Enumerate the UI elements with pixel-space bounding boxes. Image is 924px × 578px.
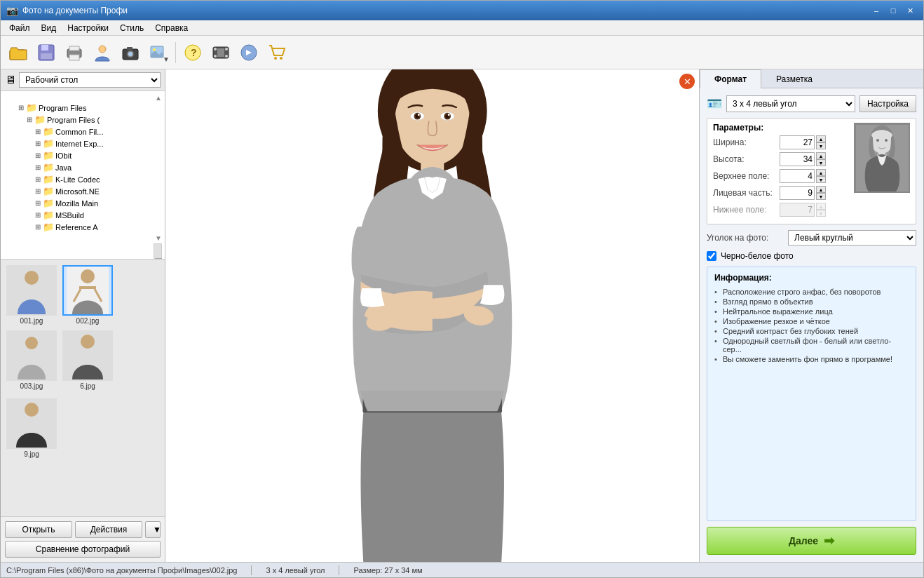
tree-item-commonfiles[interactable]: ⊞ 📁 Common Fil... — [1, 126, 165, 137]
camera-btn[interactable] — [117, 40, 144, 65]
param-input-bottom-margin — [780, 203, 815, 217]
expander-icon: ⊞ — [33, 210, 43, 220]
folder-icon: 📁 — [43, 222, 54, 232]
tree-item-msbuild[interactable]: ⊞ 📁 MSBuild — [1, 209, 165, 221]
corner-select[interactable]: Левый круглый — [788, 230, 916, 246]
compare-button[interactable]: Сравнение фотографий — [5, 541, 161, 558]
tree-item-java[interactable]: ⊞ 📁 Java — [1, 161, 165, 173]
statusbar-size: Размер: 27 х 34 мм — [353, 566, 422, 574]
tab-razmetka[interactable]: Разметка — [761, 69, 827, 88]
minimize-button[interactable]: – — [869, 4, 884, 17]
param-row-face: Лицевая часть: ▲ ▼ — [713, 186, 848, 200]
print-btn[interactable] — [61, 40, 88, 65]
folder-icon: 📁 — [43, 198, 54, 208]
svg-rect-2 — [41, 45, 48, 51]
svg-rect-29 — [79, 286, 96, 289]
tree-item-microsoftne[interactable]: ⊞ 📁 Microsoft.NE — [1, 185, 165, 197]
thumbnail-001[interactable]: 001.jpg — [5, 264, 58, 326]
expander-icon: ⊞ — [33, 163, 43, 173]
menu-file[interactable]: Файл — [4, 22, 36, 34]
dalee-button[interactable]: Далее ➡ — [707, 527, 916, 555]
location-dropdown[interactable]: Рабочий стол — [19, 72, 161, 88]
thumbnail-003[interactable]: 003.jpg — [5, 329, 58, 391]
svg-point-19 — [225, 48, 228, 51]
spinner-down-face[interactable]: ▼ — [816, 193, 826, 200]
thumbnail-006[interactable]: 6.jpg — [61, 329, 114, 391]
info-section: Информация: Расположение строго анфас, б… — [707, 267, 916, 521]
thumbnail-002[interactable]: 002.jpg — [61, 264, 114, 326]
statusbar-separator-1 — [251, 565, 252, 575]
menu-help[interactable]: Справка — [149, 22, 193, 34]
spinner-down-width[interactable]: ▼ — [816, 142, 826, 149]
thumb-img-wrap — [6, 330, 57, 381]
action-buttons-row: Открыть Действия ▼ — [5, 521, 161, 538]
bw-checkbox[interactable] — [707, 251, 716, 261]
format-select[interactable]: 3 х 4 левый угол — [726, 95, 855, 112]
menubar: Файл Вид Настройки Стиль Справка — [1, 20, 923, 36]
help-btn[interactable]: ? — [179, 40, 206, 65]
param-label-bottom-margin: Нижнее поле: — [713, 205, 780, 215]
film-btn[interactable] — [208, 40, 234, 65]
param-input-top-margin[interactable] — [780, 169, 815, 183]
info-list: Расположение строго анфас, без поворотов… — [714, 287, 909, 364]
dalee-arrow-icon: ➡ — [824, 533, 834, 549]
menu-style[interactable]: Стиль — [114, 22, 149, 34]
tree-item-reference[interactable]: ⊞ 📁 Reference A — [1, 221, 165, 233]
tree-item-label: Reference A — [55, 223, 98, 231]
svg-point-13 — [153, 48, 156, 51]
spinner-up-top[interactable]: ▲ — [816, 169, 826, 176]
spinner-up-face[interactable]: ▲ — [816, 186, 826, 193]
folder-icon: 📁 — [43, 150, 54, 161]
param-input-width[interactable] — [780, 135, 815, 149]
expander-icon: ⊞ — [33, 187, 43, 196]
open-folder-btn[interactable] — [5, 40, 32, 65]
open-button[interactable]: Открыть — [5, 521, 72, 538]
nastroika-button[interactable]: Настройка — [860, 95, 916, 112]
export-btn[interactable] — [236, 40, 262, 65]
save-btn[interactable] — [33, 40, 60, 65]
statusbar-format: 3 х 4 левый угол — [266, 566, 325, 574]
param-input-height[interactable] — [780, 152, 815, 166]
spinner-up-width[interactable]: ▲ — [816, 135, 826, 142]
param-input-face[interactable] — [780, 186, 815, 200]
tree-item-klite[interactable]: ⊞ 📁 K-Lite Codec — [1, 173, 165, 185]
svg-point-18 — [214, 55, 217, 58]
tree-header: 🖥 Рабочий стол — [1, 69, 165, 91]
tree-item-label: Internet Exp... — [55, 140, 103, 148]
actions-dropdown-button[interactable]: ▼ — [145, 521, 161, 538]
titlebar: 📷 Фото на документы Профи – □ ✕ — [1, 1, 923, 20]
tree-item-programfilesx86[interactable]: ⊞ 📁 Program Files ( — [1, 114, 165, 126]
actions-button[interactable]: Действия — [75, 521, 142, 538]
spinner-down-height[interactable]: ▼ — [816, 159, 826, 166]
cart-btn[interactable] — [264, 40, 290, 65]
svg-point-17 — [214, 48, 217, 51]
info-item-3: Нейтральное выражение лица — [714, 307, 909, 316]
tree-item-iobit[interactable]: ⊞ 📁 IObit — [1, 149, 165, 161]
maximize-button[interactable]: □ — [885, 4, 901, 17]
tab-format[interactable]: Формат — [700, 69, 761, 88]
image-btn[interactable]: ▼ — [145, 40, 172, 65]
tree-item-label: Java — [55, 163, 72, 172]
tree-item-mozilla[interactable]: ⊞ 📁 Mozilla Main — [1, 197, 165, 209]
tree-item-label: MSBuild — [55, 211, 84, 220]
spinner-up-height[interactable]: ▲ — [816, 152, 826, 159]
thumb-person-svg — [11, 332, 53, 379]
corner-row: Уголок на фото: Левый круглый — [707, 230, 916, 246]
main-photo-area: ✕ — [165, 69, 699, 562]
thumbnail-009[interactable]: 9.jpg — [5, 397, 58, 459]
info-item-2: Взгляд прямо в объектив — [714, 297, 909, 307]
bottom-buttons: Открыть Действия ▼ Сравнение фотографий — [1, 516, 165, 562]
window-title: Фото на документы Профи — [22, 6, 869, 15]
tree-item-label: Mozilla Main — [55, 199, 98, 208]
person-btn[interactable] — [89, 40, 116, 65]
close-button[interactable]: ✕ — [902, 4, 918, 17]
menu-view[interactable]: Вид — [36, 22, 62, 34]
menu-settings[interactable]: Настройки — [62, 22, 114, 34]
close-photo-button[interactable]: ✕ — [679, 74, 695, 89]
statusbar-path: C:\Program Files (x86)\Фото на документы… — [6, 566, 237, 574]
spinner-down-top[interactable]: ▼ — [816, 176, 826, 183]
param-label-top-margin: Верхнее поле: — [713, 171, 780, 181]
svg-rect-21 — [217, 48, 224, 57]
tree-item-internetexp[interactable]: ⊞ 📁 Internet Exp... — [1, 137, 165, 149]
tree-item-programfiles[interactable]: ⊞ 📁 Program Files — [1, 102, 165, 114]
